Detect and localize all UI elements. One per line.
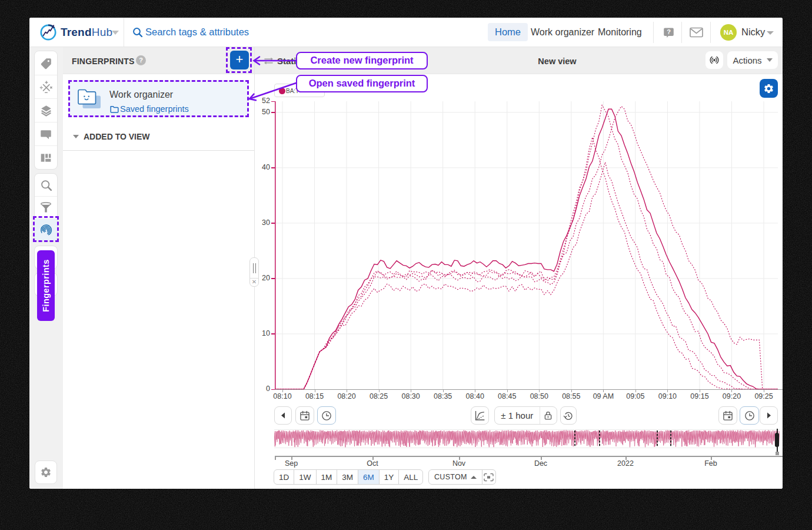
splitter-grip-icon[interactable] [250,258,258,279]
range-button-1d[interactable]: 1D [274,470,294,484]
minimap-handle-dot [776,452,779,455]
sidebar-item-settings[interactable] [35,461,57,484]
timeline-minimap[interactable] [274,429,780,448]
trend-chart[interactable] [275,101,778,389]
annotation-box-fingerprint-tool [33,216,59,242]
x-tick-label: 09:15 [686,392,713,400]
sidebar-item-tags[interactable] [35,51,57,75]
brand-caret-icon[interactable] [112,31,119,35]
custom-range-button[interactable]: CUSTOM [429,470,482,484]
month-label: Dec [523,459,558,468]
x-tick-label: 08:30 [397,392,424,400]
scrub-next-button[interactable] [760,406,778,425]
x-tick-label: 08:20 [333,392,360,400]
navbar-divider [710,22,711,43]
panel-splitter-handle[interactable]: ✕ [249,257,259,287]
nav-tab-monitoring[interactable]: Monitoring [598,27,642,38]
history-button[interactable] [560,406,577,425]
search-input[interactable]: Search tags & attributes [145,26,249,38]
lock-icon [543,410,554,421]
panel-help-icon[interactable]: ? [136,55,146,65]
range-button-6m[interactable]: 6M [358,470,379,484]
series-BA:T fingerprint [275,109,778,389]
sidebar-item-calculations[interactable] [35,75,57,98]
top-navbar: TrendHub Search tags & attributes Home W… [29,18,783,47]
brand-name[interactable]: TrendHub [61,26,112,39]
frame-icon [484,473,494,482]
nav-tab-work-organizer[interactable]: Work organizer [531,27,594,38]
navbar-divider [124,18,124,47]
end-time-button[interactable] [740,406,759,425]
mail-icon[interactable] [690,27,703,38]
fingerprints-tab[interactable]: Fingerprints [37,250,55,321]
x-tick [700,390,700,392]
nav-tab-home[interactable]: Home [488,23,528,41]
x-tick-label: 08:25 [365,392,392,400]
search-tool-icon [40,179,52,191]
filter-icon [39,201,52,214]
month-tick [291,457,292,460]
lock-interval-button[interactable] [540,407,557,424]
time-range-selector: 1D1W1M3M6M1YALL [274,469,423,485]
compare-mode-button[interactable] [471,406,489,425]
statistics-tab[interactable]: Statistics [263,55,298,67]
sidebar-item-search[interactable] [35,174,57,196]
avatar[interactable]: NA [720,24,737,41]
actions-label: Actions [733,55,761,65]
help-bubble-icon[interactable]: ? [663,27,674,38]
scrub-prev-button[interactable] [274,406,292,425]
x-tick-label: 09 AM [590,392,617,400]
left-toolbar-rail: Fingerprints [29,47,63,489]
range-button-1m[interactable]: 1M [316,470,337,484]
view-title: New view [510,57,604,66]
x-tick [443,390,444,392]
month-label: Feb [693,459,728,468]
annotation-open-fingerprint: Open saved fingerprint [296,75,428,92]
navbar-divider [653,22,654,43]
chart-gear-icon [763,83,774,94]
calculations-icon [39,81,52,94]
splitter-close-icon[interactable]: ✕ [250,279,258,286]
x-tick-label: 09:10 [654,392,681,400]
month-label: Nov [441,459,477,468]
range-button-1y[interactable]: 1Y [379,470,399,484]
comment-icon [40,128,52,140]
actions-button[interactable]: Actions [727,51,778,69]
fit-view-button[interactable] [482,470,495,484]
range-button-3m[interactable]: 3M [337,470,358,484]
sidebar-item-comments[interactable] [35,122,57,145]
sidebar-item-dashboard[interactable] [35,145,57,169]
statistics-tab-label: Statistics [277,56,298,66]
offset-label: ± 1 hour [501,410,533,420]
sidebar-item-filter[interactable] [35,196,57,218]
user-name[interactable]: Nicky [741,26,765,38]
saved-fingerprint-card[interactable]: Work organizer Saved fingerprints [68,80,249,117]
y-tick-label: 10 [252,329,270,337]
x-tick-label: 08:40 [461,392,488,400]
chart-settings-button[interactable] [760,79,778,98]
sidebar-item-layers[interactable] [35,98,57,122]
section-label: ADDED TO VIEW [84,132,150,141]
user-menu-caret-icon[interactable] [767,31,774,35]
x-tick-label: 08:55 [558,392,585,400]
minimap-handle[interactable] [775,433,779,447]
end-date-button[interactable] [718,406,737,425]
added-to-view-section[interactable]: ADDED TO VIEW [73,132,150,141]
gear-icon [40,466,52,478]
history-icon [563,410,574,422]
start-time-button[interactable] [317,406,336,425]
range-button-1w[interactable]: 1W [294,470,315,484]
live-broadcast-button[interactable] [705,51,723,69]
x-tick-label: 09:25 [750,392,777,400]
chevron-left-icon [280,412,286,419]
start-date-button[interactable] [295,406,314,425]
trendhub-logo-icon[interactable] [39,24,57,41]
x-tick [379,390,380,392]
custom-range-group: CUSTOM [428,469,496,485]
caret-up-icon [471,476,477,479]
swap-arrows-icon [263,56,274,66]
range-button-all[interactable]: ALL [398,470,422,484]
series-band-upper-early [275,105,778,389]
x-tick-label: 08:45 [494,392,521,400]
time-offset-button[interactable]: ± 1 hour [495,407,540,424]
